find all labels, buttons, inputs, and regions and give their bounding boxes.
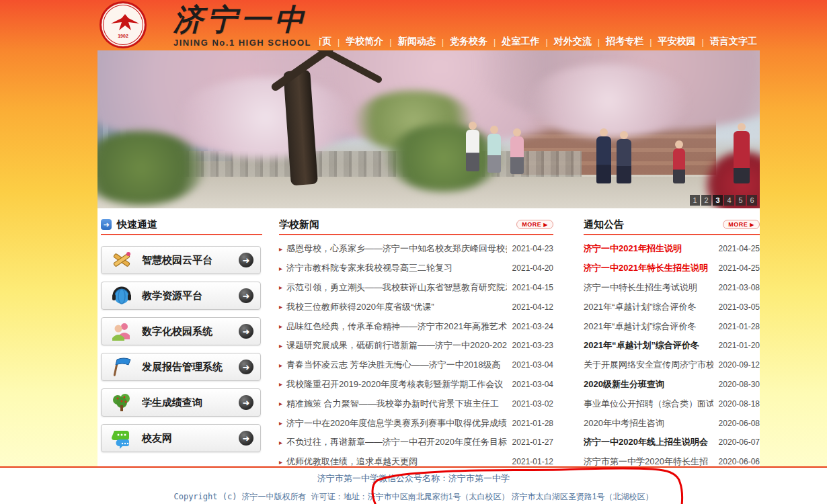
quick-button-label: 教学资源平台 xyxy=(142,290,239,302)
notices-header: 通知公告 MORE ▶ xyxy=(584,215,760,235)
banner-photo: 1 2 3 4 5 6 xyxy=(97,50,760,208)
news-row[interactable]: ▸精准施策 合力聚智——我校举办新时代背景下班主任工2021-03-02 xyxy=(279,394,553,413)
notice-row[interactable]: 济宁一中2020年线上招生说明会2020-06-07 xyxy=(584,433,760,452)
nav-item-about[interactable]: 学校简介 xyxy=(340,36,389,48)
bullet-arrow-icon: ▸ xyxy=(279,458,282,466)
banner-pagination: 1 2 3 4 5 6 xyxy=(690,195,757,206)
wechat-account-line: 济宁市第一中学微信公众号名称：济宁市第一中学 xyxy=(0,472,827,485)
school-name-zh: 济宁一中 xyxy=(173,3,311,36)
quick-button-student-scores[interactable]: 学生成绩查询 ➜ xyxy=(101,388,261,417)
pager-3-active[interactable]: 3 xyxy=(713,195,723,206)
address-text: 地址：济宁市中区南北晁家街1号（太白校区） 济宁市太白湖区圣贤路1号（北湖校区） xyxy=(344,492,654,501)
nav-item-admissions[interactable]: 招考专栏 xyxy=(600,36,649,48)
news-more-button[interactable]: MORE ▶ xyxy=(516,220,553,229)
notice-row[interactable]: 事业单位公开招聘（综合类）面试2020-08-18 xyxy=(584,394,760,413)
copyright-text: Copyright (c) 济宁一中版权所有 许可证： xyxy=(173,492,343,501)
person-navy-1 xyxy=(596,136,611,183)
nav-item-home[interactable]: 首页 xyxy=(319,36,338,48)
blossom-patch xyxy=(528,64,689,138)
news-row[interactable]: ▸不负过往，再谱新章——济宁一中召开2020年度任务目标考2021-01-27 xyxy=(279,433,553,452)
users-icon xyxy=(111,321,132,342)
pager-4[interactable]: 4 xyxy=(724,195,734,206)
notice-row[interactable]: 关于开展网络安全宣传周济宁市校2020-09-12 xyxy=(584,355,760,375)
bullet-arrow-icon: ▸ xyxy=(279,362,282,369)
eagle-icon xyxy=(108,13,142,36)
quick-button-label: 校友网 xyxy=(142,432,239,445)
chat-bubbles-icon xyxy=(111,427,132,449)
bullet-arrow-icon: ▸ xyxy=(279,303,282,310)
notices-list: 济宁一中2021年招生说明2021-04-25 济宁一中2021年特长生招生说明… xyxy=(584,239,760,472)
blossom-patch xyxy=(178,77,353,158)
person-red-child xyxy=(673,149,685,183)
notices-panel: 通知公告 MORE ▶ 济宁一中2021年招生说明2021-04-25 济宁一中… xyxy=(584,215,760,472)
news-row[interactable]: ▸我校隆重召开2019-2020年度考核表彰暨新学期工作会议2021-03-04 xyxy=(279,375,553,394)
news-row[interactable]: ▸课题研究展成果，砥砺前行谱新篇——济宁一中2020-20212021-03-2… xyxy=(279,336,553,355)
quick-button-smart-campus[interactable]: 智慧校园云平台 ➜ xyxy=(101,246,261,274)
news-list: ▸感恩母校，心系家乡——济宁一中知名校友郑庆峰回母校参2021-04-23 ▸济… xyxy=(279,239,553,472)
bullet-arrow-icon: ▸ xyxy=(279,342,282,349)
quick-button-label: 学生成绩查询 xyxy=(142,396,239,409)
school-name-en: JINING No.1 HIGH SCHOOL xyxy=(173,38,311,48)
seal-year: 1902 xyxy=(102,34,145,38)
news-row[interactable]: ▸示范引领，勇立潮头——我校获评山东省智慧教育研究院示2021-04-15 xyxy=(279,278,553,298)
main-content: ➜ 快速通道 智慧校园云平台 ➜ 教学资源平台 ➜ xyxy=(97,208,760,466)
notice-row[interactable]: 2020年中考招生咨询2020-06-08 xyxy=(584,413,760,433)
notice-row[interactable]: 2021年“卓越计划”综合评价冬2021-01-28 xyxy=(584,317,760,336)
notice-row[interactable]: 2020级新生分班查询2020-08-30 xyxy=(584,375,760,394)
page-footer: 济宁市第一中学微信公众号名称：济宁市第一中学 Copyright (c) 济宁一… xyxy=(0,466,827,504)
bullet-arrow-icon: ▸ xyxy=(279,245,282,253)
news-row[interactable]: ▸青春当怀凌云志 芳华决胜无悔心——济宁一中2018级高2021-03-04 xyxy=(279,355,553,375)
arrow-circle-icon: ➜ xyxy=(239,324,253,339)
copyright-line: Copyright (c) 济宁一中版权所有 许可证：地址：济宁市中区南北晁家街… xyxy=(0,491,827,503)
notices-more-button[interactable]: MORE ▶ xyxy=(723,220,760,229)
notice-row[interactable]: 2021年“卓越计划”综合评价冬2021-01-20 xyxy=(584,336,760,355)
bullet-arrow-icon: ▸ xyxy=(279,284,282,291)
quick-button-development-report[interactable]: 发展报告管理系统 ➜ xyxy=(101,353,261,381)
pager-5[interactable]: 5 xyxy=(736,195,746,206)
brand-block: 济宁一中 JINING No.1 HIGH SCHOOL xyxy=(173,3,311,48)
person-red-coat xyxy=(734,131,750,183)
headphones-globe-icon xyxy=(111,285,132,306)
news-row[interactable]: ▸济宁一中在2020年度信息学奥赛系列赛事中取得优异成绩2021-01-28 xyxy=(279,413,553,433)
school-news-title: 学校新闻 xyxy=(279,218,319,231)
person-navy-2 xyxy=(617,139,631,183)
quick-button-label: 发展报告管理系统 xyxy=(142,361,239,374)
quick-button-teaching-resources[interactable]: 教学资源平台 ➜ xyxy=(101,282,261,310)
arrow-right-icon: ➜ xyxy=(101,219,112,230)
nav-item-news[interactable]: 新闻动态 xyxy=(392,36,442,48)
nav-item-language[interactable]: 语言文字工 xyxy=(704,36,763,48)
arrow-circle-icon: ➜ xyxy=(239,395,253,410)
bullet-arrow-icon: ▸ xyxy=(279,419,282,427)
flag-icon xyxy=(111,356,132,378)
school-logo[interactable]: 1902 xyxy=(100,1,160,49)
school-news-header: 学校新闻 MORE ▶ xyxy=(279,215,553,235)
page-header: 1902 济宁一中 JINING No.1 HIGH SCHOOL 首页| 学校… xyxy=(0,0,827,50)
bullet-arrow-icon: ▸ xyxy=(279,265,282,272)
bullet-arrow-icon: ▸ xyxy=(279,439,282,446)
news-row[interactable]: ▸济宁市教科院专家来我校视导高三二轮复习2021-04-20 xyxy=(279,259,553,278)
nav-item-safety[interactable]: 平安校园 xyxy=(652,36,702,48)
notice-row[interactable]: 济宁一中2021年招生说明2021-04-25 xyxy=(584,239,760,259)
nav-item-offices[interactable]: 处室工作 xyxy=(496,36,545,48)
quick-button-digital-campus[interactable]: 数字化校园系统 ➜ xyxy=(101,317,261,345)
notice-row[interactable]: 济宁一中2021年特长生招生说明2021-04-25 xyxy=(584,259,760,278)
quick-channel-panel: ➜ 快速通道 智慧校园云平台 ➜ 教学资源平台 ➜ xyxy=(101,215,262,452)
pager-6[interactable]: 6 xyxy=(747,195,757,206)
arrow-circle-icon: ➜ xyxy=(239,288,253,303)
nav-item-party[interactable]: 党务校务 xyxy=(444,36,494,48)
arrow-circle-icon: ➜ xyxy=(239,431,253,446)
quick-button-label: 智慧校园云平台 xyxy=(142,254,239,267)
pager-2[interactable]: 2 xyxy=(701,195,711,206)
notice-row[interactable]: 济宁一中特长生招生考试说明2021-03-08 xyxy=(584,278,760,298)
news-row[interactable]: ▸品味红色经典，传承革命精神——济宁市2021年高雅艺术进2021-03-24 xyxy=(279,317,553,336)
arrow-circle-icon: ➜ xyxy=(239,360,253,374)
pager-1[interactable]: 1 xyxy=(690,195,700,206)
news-row[interactable]: ▸感恩母校，心系家乡——济宁一中知名校友郑庆峰回母校参2021-04-23 xyxy=(279,239,553,259)
notice-row[interactable]: 2021年“卓越计划”综合评价冬2021-03-05 xyxy=(584,297,760,317)
nav-item-exchange[interactable]: 对外交流 xyxy=(548,36,598,48)
more-arrow-icon: ▶ xyxy=(543,222,548,228)
quick-button-alumni[interactable]: 校友网 ➜ xyxy=(101,424,261,452)
news-row[interactable]: ▸我校三位教师获得2020年度省级“优课”2021-04-12 xyxy=(279,297,553,317)
bush-center xyxy=(387,124,501,192)
bullet-arrow-icon: ▸ xyxy=(279,380,282,388)
